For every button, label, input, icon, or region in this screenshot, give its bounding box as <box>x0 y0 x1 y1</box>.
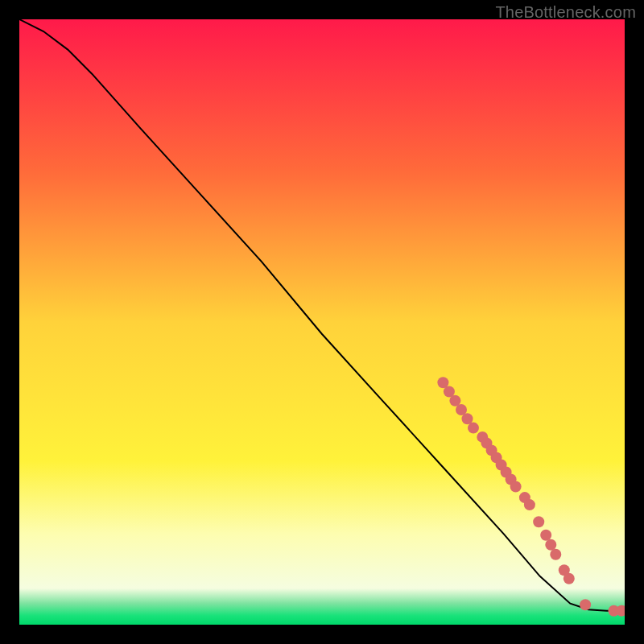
data-point <box>540 530 551 541</box>
data-point <box>510 481 522 493</box>
data-point <box>524 499 535 510</box>
attribution-text: TheBottleneck.com <box>495 3 636 22</box>
gradient-bg <box>19 19 625 625</box>
data-point <box>468 423 479 434</box>
data-point <box>564 573 575 584</box>
data-point <box>533 516 544 527</box>
data-point <box>545 539 556 551</box>
data-point <box>580 599 591 610</box>
chart-plot <box>19 19 625 625</box>
data-point <box>550 549 561 560</box>
